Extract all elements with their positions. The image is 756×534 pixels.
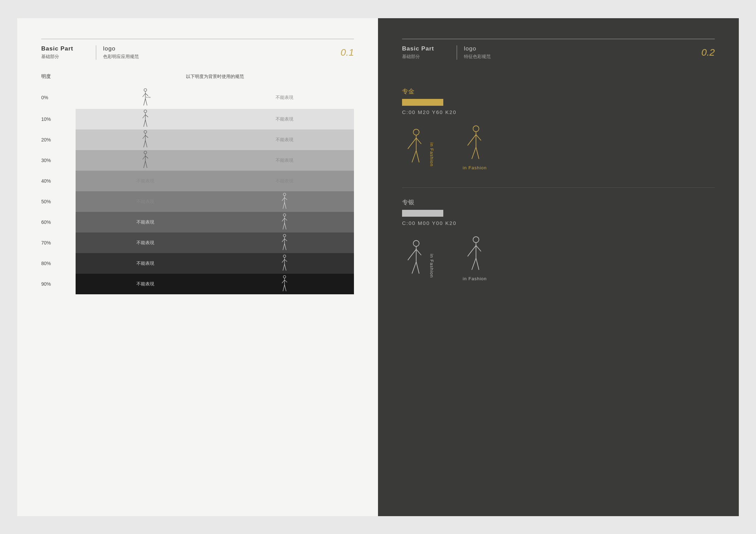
svg-point-19 [144,151,147,154]
right-header: Basic Part 基础部分 logo 特征色彩规范 0.2 [402,39,715,60]
silver-logo-vertical: in Fashion [402,240,434,278]
cell-10-left [76,109,215,129]
left-basic-part: Basic Part [41,45,89,52]
table-row: 30% 不能表現 [41,150,354,171]
table-row: 10% 不能表現 [41,109,354,129]
gold-logo-horizontal-text: in Fashion [463,165,487,170]
table-row: 80% 不能表現 [41,253,354,274]
silver-logo-horizontal: in Fashion [462,236,488,281]
svg-line-78 [470,246,476,253]
svg-line-30 [285,202,286,209]
svg-line-4 [144,99,145,105]
cell-0-right: 不能表現 [215,87,354,109]
svg-point-31 [283,214,286,216]
svg-line-34 [285,218,287,220]
right-jichu: 基础部分 [402,54,450,60]
cell-60-right [215,212,354,232]
gold-logos-row: in Fashion in Fashion [402,125,715,170]
svg-line-73 [412,262,416,273]
percent-40: 40% [41,171,76,191]
svg-line-65 [476,134,481,140]
svg-line-36 [285,223,286,229]
gold-section: 专金 C:00 M20 Y60 K20 in [402,87,715,170]
cells-40: 不能表現 不能表現 [76,171,354,191]
svg-line-64 [470,134,476,142]
right-header-content: logo 特征色彩规范 [464,45,701,60]
svg-line-52 [285,280,287,282]
svg-line-58 [416,138,421,144]
cell-70-left: 不能表現 [76,232,215,253]
percent-60: 60% [41,212,76,232]
cells-0: in Fashion 不能表現 [76,87,354,109]
gold-logo-vertical-text: in Fashion [429,143,434,167]
table-row: 70% 不能表現 [41,232,354,253]
cell-60-left-text: 不能表現 [136,219,154,225]
right-header-section: Basic Part 基础部分 [402,45,457,60]
svg-line-80 [472,258,476,270]
svg-line-46 [285,259,287,262]
silver-logo-horizontal-text: in Fashion [463,276,487,281]
table-row: 40% 不能表現 不能表現 [41,171,354,191]
svg-line-39 [282,239,284,242]
cells-90: 不能表現 [76,274,354,294]
cell-40-left: 不能表現 [76,171,215,191]
svg-line-28 [285,197,287,200]
table-row: 90% 不能表現 [41,274,354,294]
cells-20: 不能表現 [76,129,354,150]
svg-line-40 [285,239,287,241]
gold-spec: C:00 M20 Y60 K20 [402,109,715,115]
svg-line-74 [416,262,419,273]
table-row: 0% in Fashion 不能 [41,87,354,109]
svg-line-17 [144,140,145,147]
svg-line-53 [283,285,285,291]
col1-header: 明度 [41,73,76,80]
cell-60-left: 不能表現 [76,212,215,232]
cells-80: 不能表現 [76,253,354,274]
svg-line-71 [410,249,416,257]
left-jichu: 基础部分 [41,54,89,60]
svg-line-57 [410,138,416,146]
left-subtitle: 色彩明应应用规范 [103,54,341,60]
table-row: 60% 不能表現 [41,212,354,232]
cell-20-right: 不能表現 [215,129,354,150]
cell-50-left-text: 不能表現 [136,198,154,205]
percent-90: 90% [41,274,76,294]
svg-line-10 [145,115,148,117]
silver-spec: C:00 M00 Y00 K20 [402,220,715,226]
section-divider [402,188,715,188]
svg-line-11 [144,120,145,127]
color-table: 0% in Fashion 不能 [41,87,354,294]
svg-point-62 [473,126,479,132]
col2-header: 以下明度为背景时使用的规范 [76,73,354,80]
left-header: Basic Part 基础部分 logo 色彩明应应用规范 0.1 [41,39,354,60]
svg-line-22 [145,156,148,158]
gold-label: 专金 [402,87,715,95]
percent-70: 70% [41,232,76,253]
cell-80-left: 不能表現 [76,253,215,274]
table-row: 50% 不能表現 [41,191,354,212]
cell-90-left-text: 不能表現 [136,281,154,287]
silver-section: 专银 C:00 M00 Y00 K20 in Fashion [402,198,715,281]
svg-line-51 [282,280,284,283]
gold-swatch [402,99,443,106]
svg-line-5 [145,99,147,105]
cell-10-right: 不能表現 [215,109,354,129]
svg-line-16 [145,135,148,138]
svg-line-21 [143,156,145,159]
svg-line-72 [416,249,421,255]
svg-line-33 [282,218,284,221]
right-page-number: 0.2 [701,47,715,58]
cell-20-left [76,129,215,150]
svg-line-2 [143,93,145,97]
svg-line-79 [476,246,481,251]
cell-70-left-text: 不能表現 [136,240,154,246]
right-subtitle: 特征色彩规范 [464,54,701,60]
percent-80: 80% [41,253,76,274]
silver-label: 专银 [402,198,715,206]
right-basic-part: Basic Part [402,45,450,52]
svg-line-61 [408,146,410,149]
svg-line-29 [283,202,285,209]
svg-point-13 [144,130,147,133]
silver-logos-row: in Fashion in Fashion [402,236,715,281]
cell-30-right-text: 不能表現 [276,157,293,163]
